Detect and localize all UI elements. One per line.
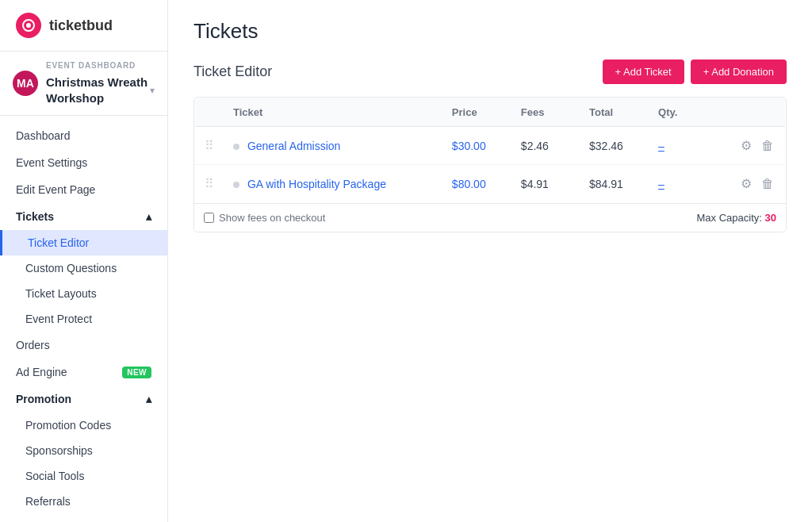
sidebar-section-tickets[interactable]: Tickets ▴ — [0, 203, 167, 230]
ticket-name-cell: General Admission — [224, 127, 442, 165]
sidebar-item-ticket-editor[interactable]: Ticket Editor — [0, 230, 167, 255]
ticket-status-dot — [233, 182, 239, 188]
chevron-up-icon: ▴ — [146, 210, 151, 223]
ticket-actions-cell: ⚙ 🗑 — [716, 127, 785, 165]
settings-icon-button[interactable]: ⚙ — [739, 136, 753, 155]
user-avatar: MA — [13, 71, 38, 96]
sidebar-item-ticket-layouts[interactable]: Ticket Layouts — [0, 281, 167, 306]
settings-icon-button[interactable]: ⚙ — [739, 175, 753, 193]
new-badge: NEW — [122, 367, 151, 378]
logo-icon — [16, 13, 41, 38]
section-title: Ticket Editor — [193, 63, 272, 80]
col-total-header: Total — [580, 98, 649, 127]
user-row: MA EVENT DASHBOARD Christmas Wreath Work… — [0, 52, 167, 116]
sidebar-item-referrals[interactable]: Referrals — [0, 489, 167, 514]
col-ticket-header: Ticket — [224, 98, 442, 127]
ticket-name-cell: GA with Hospitality Package — [224, 165, 442, 203]
sidebar-item-dashboard[interactable]: Dashboard — [0, 122, 167, 149]
show-fees-checkbox[interactable] — [204, 213, 214, 223]
sidebar-item-social-tools[interactable]: Social Tools — [0, 463, 167, 489]
row-actions: ⚙ 🗑 — [726, 136, 776, 155]
ticket-qty-link[interactable]: – — [658, 140, 665, 152]
sidebar-item-custom-questions[interactable]: Custom Questions — [0, 255, 167, 281]
table-footer: Show fees on checkout Max Capacity: 30 — [194, 203, 786, 232]
row-actions: ⚙ 🗑 — [726, 175, 776, 193]
delete-icon-button[interactable]: 🗑 — [760, 137, 776, 155]
sidebar-navigation: Dashboard Event Settings Edit Event Page… — [0, 116, 167, 520]
ticket-price-link[interactable]: $80.00 — [452, 178, 486, 190]
col-actions-header — [716, 98, 785, 127]
ticket-name-link[interactable]: General Admission — [247, 140, 341, 152]
ticket-table-container: Ticket Price Fees Total Qty. ⠿ General A… — [193, 97, 787, 232]
sidebar-item-event-settings[interactable]: Event Settings — [0, 149, 167, 176]
show-fees-checkbox-label[interactable]: Show fees on checkout — [204, 212, 325, 224]
svg-point-1 — [26, 23, 31, 28]
col-qty-header: Qty. — [649, 98, 716, 127]
ticket-name-link[interactable]: GA with Hospitality Package — [247, 178, 386, 190]
event-dashboard-label: EVENT DASHBOARD — [46, 61, 155, 70]
sidebar-item-edit-event-page[interactable]: Edit Event Page — [0, 176, 167, 203]
add-donation-button[interactable]: + Add Donation — [691, 59, 787, 84]
sidebar-item-ad-engine[interactable]: Ad Engine NEW — [0, 359, 167, 386]
ticket-qty-cell: – — [649, 165, 716, 203]
ticket-table: Ticket Price Fees Total Qty. ⠿ General A… — [194, 98, 786, 203]
sidebar: ticketbud MA EVENT DASHBOARD Christmas W… — [0, 0, 168, 522]
ticket-price-cell: $30.00 — [442, 127, 511, 165]
table-row: ⠿ General Admission $30.00 $2.46 $32.46 … — [195, 127, 786, 165]
ticket-actions-cell: ⚙ 🗑 — [716, 165, 785, 203]
col-price-header: Price — [442, 98, 511, 127]
sidebar-item-sponsorships[interactable]: Sponsorships — [0, 438, 167, 463]
max-capacity-display: Max Capacity: 30 — [697, 212, 776, 224]
ticket-qty-link[interactable]: – — [658, 178, 665, 190]
logo-text: ticketbud — [49, 17, 113, 34]
section-header: Ticket Editor + Add Ticket + Add Donatio… — [193, 59, 787, 84]
main-content: Tickets Ticket Editor + Add Ticket + Add… — [168, 0, 812, 522]
event-name-row[interactable]: Christmas Wreath Workshop ▾ — [46, 75, 155, 106]
drag-handle-icon[interactable]: ⠿ — [205, 139, 214, 152]
ticket-qty-cell: – — [649, 127, 716, 165]
ticket-status-dot — [233, 144, 239, 150]
add-ticket-button[interactable]: + Add Ticket — [603, 59, 684, 84]
action-buttons: + Add Ticket + Add Donation — [603, 59, 787, 84]
page-title: Tickets — [193, 19, 787, 44]
sidebar-section-promotion[interactable]: Promotion ▴ — [0, 386, 167, 413]
ticket-fees-cell: $2.46 — [511, 127, 580, 165]
ticket-price-cell: $80.00 — [442, 165, 511, 203]
ticket-total-cell: $32.46 — [580, 127, 649, 165]
chevron-down-icon: ▾ — [150, 85, 155, 96]
max-capacity-value: 30 — [765, 212, 776, 224]
sidebar-logo-area: ticketbud — [0, 0, 167, 52]
sidebar-item-promotion-codes[interactable]: Promotion Codes — [0, 413, 167, 438]
table-header-row: Ticket Price Fees Total Qty. — [195, 98, 786, 127]
sidebar-item-orders[interactable]: Orders — [0, 332, 167, 359]
ticket-fees-cell: $4.91 — [511, 165, 580, 203]
col-fees-header: Fees — [511, 98, 580, 127]
sidebar-item-event-protect[interactable]: Event Protect — [0, 306, 167, 332]
delete-icon-button[interactable]: 🗑 — [760, 175, 776, 193]
table-row: ⠿ GA with Hospitality Package $80.00 $4.… — [195, 165, 786, 203]
drag-handle-cell: ⠿ — [195, 127, 224, 165]
drag-handle-icon[interactable]: ⠿ — [205, 177, 214, 190]
drag-handle-cell: ⠿ — [195, 165, 224, 203]
col-drag — [195, 98, 224, 127]
ticket-price-link[interactable]: $30.00 — [452, 140, 486, 152]
event-name: Christmas Wreath Workshop — [46, 75, 150, 106]
ticket-total-cell: $84.91 — [580, 165, 649, 203]
chevron-up-icon: ▴ — [146, 393, 151, 405]
